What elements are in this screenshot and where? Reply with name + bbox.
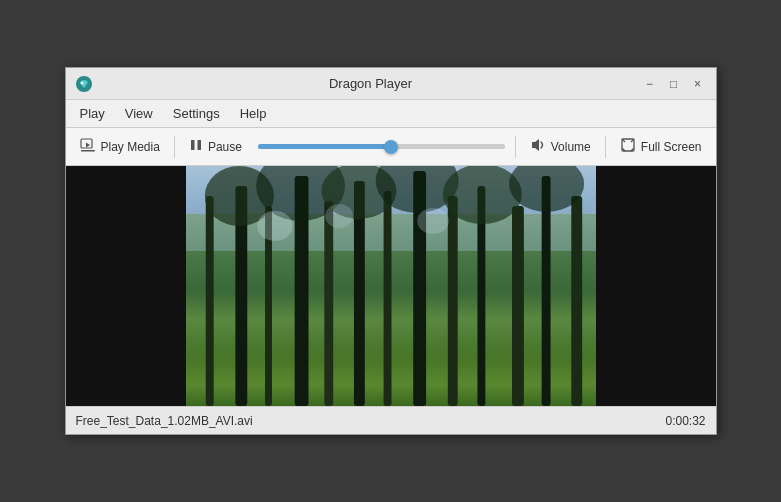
pause-label: Pause (208, 140, 242, 154)
svg-rect-14 (324, 201, 333, 406)
menu-view[interactable]: View (115, 102, 163, 125)
play-media-icon (80, 137, 96, 156)
minimize-button[interactable]: − (640, 74, 660, 94)
progress-container (254, 144, 509, 149)
progress-thumb[interactable] (384, 140, 398, 154)
fullscreen-icon (620, 137, 636, 156)
status-bar: Free_Test_Data_1.02MB_AVI.avi 0:00:32 (66, 406, 716, 434)
video-area[interactable] (66, 166, 716, 406)
svg-marker-6 (532, 139, 539, 151)
fullscreen-button[interactable]: Full Screen (612, 133, 710, 160)
main-window: Dragon Player − □ × Play View Settings H… (65, 67, 717, 435)
toolbar-divider-2 (515, 136, 516, 158)
play-media-button[interactable]: Play Media (72, 133, 168, 160)
menu-bar: Play View Settings Help (66, 100, 716, 128)
menu-settings[interactable]: Settings (163, 102, 230, 125)
svg-rect-18 (447, 196, 457, 406)
svg-rect-5 (197, 140, 201, 150)
title-bar: Dragon Player − □ × (66, 68, 716, 100)
menu-play[interactable]: Play (70, 102, 115, 125)
timestamp-label: 0:00:32 (665, 414, 705, 428)
menu-help[interactable]: Help (230, 102, 277, 125)
toolbar-divider-1 (174, 136, 175, 158)
svg-rect-22 (571, 196, 582, 406)
svg-point-29 (257, 211, 293, 241)
svg-point-1 (80, 81, 83, 84)
maximize-button[interactable]: □ (664, 74, 684, 94)
pause-icon (189, 138, 203, 155)
svg-rect-3 (81, 150, 95, 152)
svg-rect-10 (205, 196, 213, 406)
svg-rect-16 (383, 191, 391, 406)
svg-point-30 (325, 204, 353, 228)
svg-rect-20 (512, 206, 524, 406)
fullscreen-label: Full Screen (641, 140, 702, 154)
tree-trunks-svg (186, 166, 596, 406)
play-media-label: Play Media (101, 140, 160, 154)
close-button[interactable]: × (688, 74, 708, 94)
window-controls: − □ × (640, 74, 708, 94)
svg-point-31 (417, 208, 449, 234)
toolbar-divider-3 (605, 136, 606, 158)
toolbar: Play Media Pause (66, 128, 716, 166)
volume-icon (530, 137, 546, 156)
pause-button[interactable]: Pause (181, 134, 250, 159)
filename-label: Free_Test_Data_1.02MB_AVI.avi (76, 414, 253, 428)
svg-rect-4 (191, 140, 195, 150)
volume-button[interactable]: Volume (522, 133, 599, 160)
progress-fill (258, 144, 391, 149)
volume-label: Volume (551, 140, 591, 154)
window-title: Dragon Player (102, 76, 640, 91)
video-right-bar (596, 166, 716, 406)
svg-point-27 (442, 166, 521, 224)
video-frame (186, 166, 596, 406)
progress-track[interactable] (258, 144, 505, 149)
app-logo (74, 74, 94, 94)
video-left-bar (66, 166, 186, 406)
